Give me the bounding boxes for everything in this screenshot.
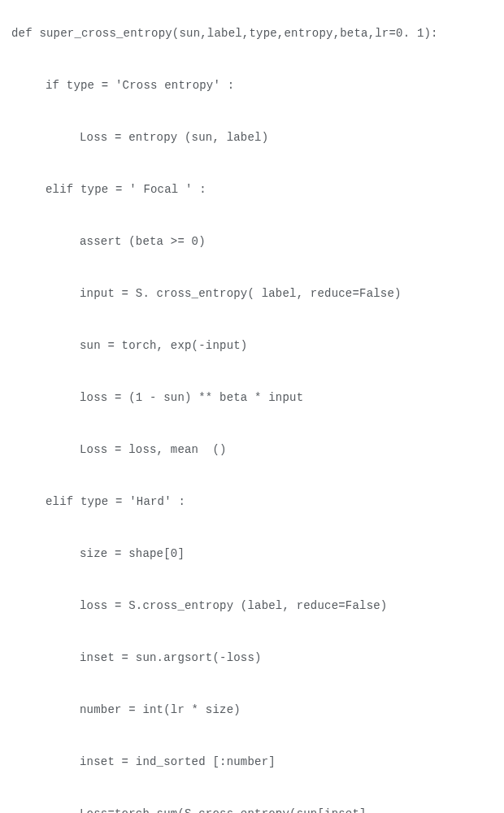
code-block: def super_cross_entropy(sun,label,type,e… xyxy=(0,0,504,813)
code-line: elif type = ' Focal ' : xyxy=(11,184,493,195)
code-line: if type = 'Cross entropy' : xyxy=(11,80,493,91)
code-line: inset = ind_sorted [:number] xyxy=(11,756,493,767)
code-line: inset = sun.argsort(-loss) xyxy=(11,652,493,663)
blank-line xyxy=(11,415,493,433)
code-line: Loss = loss, mean () xyxy=(11,444,493,455)
blank-line xyxy=(11,311,493,328)
code-line: loss = (1 - sun) ** beta * input xyxy=(11,392,493,403)
code-line: assert (beta >= 0) xyxy=(11,236,493,247)
blank-line xyxy=(11,779,493,797)
code-line: elif type = 'Hard' : xyxy=(11,496,493,507)
blank-line xyxy=(11,519,493,537)
blank-line xyxy=(11,154,493,172)
blank-line xyxy=(11,50,493,68)
code-line: def super_cross_entropy(sun,label,type,e… xyxy=(11,28,493,39)
blank-line xyxy=(11,623,493,641)
blank-line xyxy=(11,467,493,485)
code-line: loss = S.cross_entropy (label, reduce=Fa… xyxy=(11,600,493,611)
blank-line xyxy=(11,102,493,120)
code-line: Loss=torch.sum(S.cross_entropy(sun[inset… xyxy=(11,808,493,813)
blank-line xyxy=(11,363,493,380)
code-line: sun = torch, exp(-input) xyxy=(11,340,493,351)
code-line: size = shape[0] xyxy=(11,548,493,559)
code-line: Loss = entropy (sun, label) xyxy=(11,132,493,143)
blank-line xyxy=(11,207,493,224)
blank-line xyxy=(11,571,493,589)
code-line: input = S. cross_entropy( label, reduce=… xyxy=(11,288,493,299)
blank-line xyxy=(11,675,493,693)
code-line: number = int(lr * size) xyxy=(11,704,493,715)
blank-line xyxy=(11,727,493,745)
blank-line xyxy=(11,259,493,276)
